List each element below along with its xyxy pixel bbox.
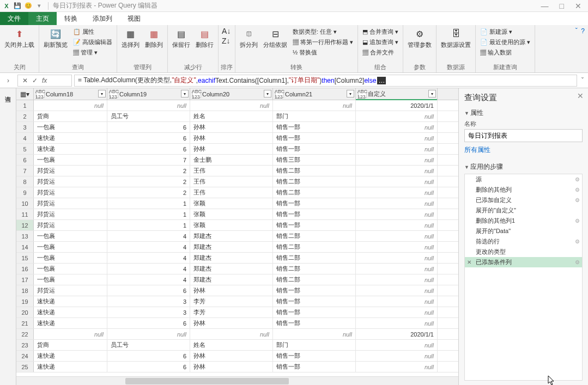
properties-section-header[interactable]: 属性 xyxy=(464,108,583,118)
table-row[interactable]: 3一包裹6孙林销售一部null xyxy=(16,122,458,133)
formula-expand-icon[interactable]: ˇ xyxy=(577,77,588,84)
filter-dropdown-icon[interactable]: ▾ xyxy=(98,90,106,97)
cell[interactable]: 2 xyxy=(107,166,190,176)
cell[interactable]: 孙林 xyxy=(190,285,273,296)
cell[interactable]: 货商 xyxy=(34,340,107,350)
cell[interactable]: 2 xyxy=(107,187,190,198)
table-row[interactable]: 7邦货运2王伟销售二部null xyxy=(16,166,458,176)
row-header[interactable]: 12 xyxy=(16,220,34,230)
applied-step[interactable]: 删除的其他列1⚙ xyxy=(465,216,582,226)
row-header[interactable]: 16 xyxy=(16,264,34,274)
cell[interactable]: null xyxy=(356,231,438,241)
horizontal-scrollbar[interactable] xyxy=(16,376,458,385)
row-header[interactable]: 11 xyxy=(16,209,34,219)
table-row[interactable]: 24速快递6孙林销售一部null xyxy=(16,351,458,362)
cell[interactable]: null xyxy=(356,285,438,296)
cell[interactable]: 孙林 xyxy=(190,318,273,328)
row-header[interactable]: 14 xyxy=(16,242,34,252)
cell[interactable]: 销售一部 xyxy=(273,285,356,296)
cell[interactable]: 孙林 xyxy=(190,122,273,132)
cell[interactable]: 李芳 xyxy=(190,307,273,317)
table-row[interactable]: 8邦货运2王伟销售二部null xyxy=(16,176,458,187)
cell[interactable]: 部门 xyxy=(273,340,356,350)
cell[interactable]: 销售二部 xyxy=(273,231,356,241)
filter-dropdown-icon[interactable]: ▾ xyxy=(181,90,189,97)
cell[interactable]: null xyxy=(356,307,438,317)
applied-step[interactable]: 展开的"自定义" xyxy=(465,205,582,216)
cell[interactable]: null xyxy=(356,253,438,263)
row-header[interactable]: 18 xyxy=(16,285,34,296)
cell[interactable]: 销售一部 xyxy=(273,122,356,132)
accept-formula-icon[interactable]: ✓ xyxy=(32,77,38,84)
split-column-button[interactable]: ⎅拆分列 xyxy=(238,26,260,50)
applied-step[interactable]: 删除的其他列⚙ xyxy=(465,185,582,195)
table-row[interactable]: 21速快递6孙林销售一部null xyxy=(16,318,458,329)
cell[interactable]: 速快递 xyxy=(34,318,107,328)
row-header[interactable]: 24 xyxy=(16,351,34,361)
gear-icon[interactable]: ⚙ xyxy=(575,259,580,265)
cell[interactable]: 速快递 xyxy=(34,133,107,143)
type-icon[interactable]: ABC123 xyxy=(275,90,284,98)
cell[interactable]: null xyxy=(356,296,438,307)
cell[interactable]: 6 xyxy=(107,144,190,154)
cell[interactable]: 4 xyxy=(107,253,190,263)
emoji-icon[interactable]: 😊 xyxy=(24,2,33,10)
cell[interactable]: 销售二部 xyxy=(273,274,356,285)
cell[interactable]: null xyxy=(34,100,107,111)
gear-icon[interactable]: ⚙ xyxy=(575,176,580,182)
cell[interactable]: 郑建杰 xyxy=(190,264,273,274)
remove-columns-button[interactable]: ▦删除列 xyxy=(143,26,165,50)
tab-view[interactable]: 视图 xyxy=(120,12,148,25)
cell[interactable]: 邦货运 xyxy=(34,209,107,219)
row-header[interactable]: 5 xyxy=(16,144,34,154)
cell[interactable]: 孙林 xyxy=(190,133,273,143)
cell[interactable]: null xyxy=(356,187,438,198)
table-row[interactable]: 19速快递3李芳销售一部null xyxy=(16,296,458,307)
cell[interactable]: 6 xyxy=(107,133,190,143)
type-icon[interactable]: ABC123 xyxy=(36,90,45,98)
cell[interactable]: null xyxy=(356,133,438,143)
cell[interactable]: null xyxy=(356,198,438,209)
close-button[interactable]: ✕ xyxy=(575,2,581,10)
cell[interactable]: null xyxy=(356,144,438,154)
cell[interactable]: null xyxy=(356,340,438,350)
cell[interactable]: null xyxy=(356,155,438,165)
cell[interactable]: 孙林 xyxy=(190,144,273,154)
cell[interactable]: 李芳 xyxy=(190,296,273,307)
expand-queries-icon[interactable]: › xyxy=(7,77,9,84)
table-row[interactable]: 11邦货运1张颖销售一部null xyxy=(16,209,458,220)
gear-icon[interactable]: ⚙ xyxy=(575,197,580,203)
table-row[interactable]: 18邦货运6孙林销售一部null xyxy=(16,285,458,296)
applied-steps-header[interactable]: 应用的步骤 xyxy=(464,162,583,172)
cell[interactable]: 4 xyxy=(107,231,190,241)
cell[interactable]: 销售一部 xyxy=(273,133,356,143)
cell[interactable]: null xyxy=(273,100,356,111)
cell[interactable]: 货商 xyxy=(34,111,107,121)
cell[interactable]: null xyxy=(356,242,438,252)
cell[interactable]: 孙林 xyxy=(190,351,273,361)
cell[interactable]: 7 xyxy=(107,155,190,165)
tab-transform[interactable]: 转换 xyxy=(57,12,85,25)
cell[interactable]: 4 xyxy=(107,242,190,252)
cell[interactable]: null xyxy=(34,329,107,339)
cell[interactable]: 郑建杰 xyxy=(190,231,273,241)
row-header[interactable]: 23 xyxy=(16,340,34,350)
cell[interactable]: null xyxy=(356,111,438,121)
cell[interactable]: 一包裹 xyxy=(34,231,107,241)
row-header[interactable]: 2 xyxy=(16,111,34,121)
column-header-20[interactable]: ABC123 Column20 ▾ xyxy=(190,88,273,100)
cell[interactable]: 姓名 xyxy=(190,111,273,121)
cell[interactable]: 员工号 xyxy=(107,111,190,121)
cell[interactable]: null xyxy=(107,100,190,111)
row-header[interactable]: 21 xyxy=(16,318,34,328)
cell[interactable]: null xyxy=(356,362,438,372)
row-header[interactable]: 20 xyxy=(16,307,34,317)
cell[interactable]: 销售一部 xyxy=(273,351,356,361)
cell[interactable]: null xyxy=(356,122,438,132)
cell[interactable]: 员工号 xyxy=(107,340,190,350)
table-row[interactable]: 15一包裹4郑建杰销售二部null xyxy=(16,253,458,264)
cell[interactable]: 2 xyxy=(107,176,190,187)
sort-desc-button[interactable]: Z↓ xyxy=(221,36,232,46)
column-header-18[interactable]: ABC123 Column18 ▾ xyxy=(34,88,107,100)
keep-rows-button[interactable]: ▤保留行 xyxy=(170,26,192,50)
